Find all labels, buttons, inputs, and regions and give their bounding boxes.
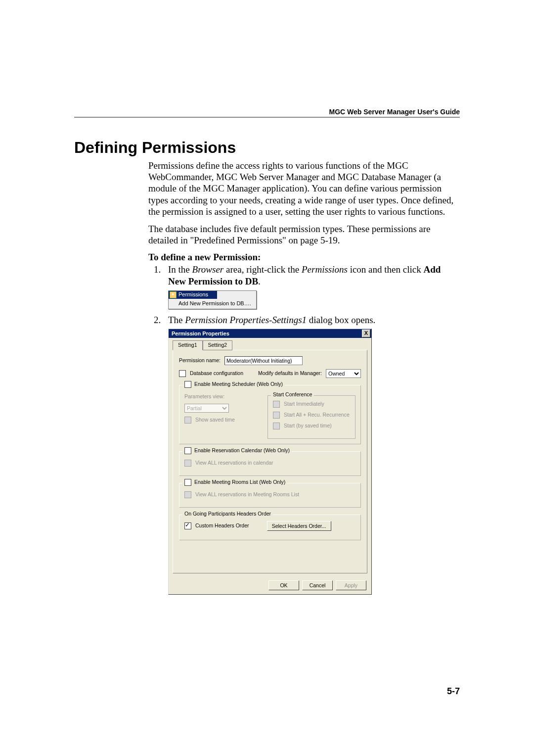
- step-2-text-b: dialog box opens.: [307, 315, 375, 325]
- context-menu-permissions-label: Permissions: [178, 291, 208, 298]
- dialog-title: Permission Properties: [172, 331, 229, 337]
- tab-setting2[interactable]: Setting2: [203, 340, 233, 350]
- step-1-text-a: In the: [168, 264, 192, 275]
- modify-defaults-select[interactable]: Owned: [326, 369, 361, 378]
- step-1-text-b: area, right-click the: [223, 264, 302, 275]
- database-configuration-checkbox[interactable]: [179, 370, 186, 377]
- tab-setting1[interactable]: Setting1: [173, 340, 203, 350]
- view-all-calendar-label: View ALL reservations in calendar: [195, 460, 273, 466]
- custom-headers-order-checkbox[interactable]: [184, 522, 191, 529]
- group-start-conference: Start Conference Start Immediately Start…: [267, 395, 356, 439]
- group-enable-meeting-rooms: Enable Meeting Rooms List (Web Only) Vie…: [179, 483, 361, 508]
- view-all-calendar-checkbox: [184, 460, 191, 467]
- start-immediately-label: Start Immediately: [284, 401, 324, 407]
- modify-defaults-label: Modify defaults in Manager:: [258, 370, 322, 377]
- group-enable-reservation-calendar: Enable Reservation Calendar (Web Only) V…: [179, 451, 361, 476]
- start-all-recurrence-label: Start All + Recu. Recurrence: [284, 412, 350, 418]
- view-all-rooms-checkbox: [184, 491, 191, 498]
- context-menu-screenshot: ✶ Permissions Add New Permission to DB….: [168, 290, 257, 309]
- enable-reservation-calendar-label: Enable Reservation Calendar (Web Only): [194, 447, 290, 454]
- tab-setting1-label: Setting1: [178, 342, 197, 348]
- enable-meeting-scheduler-checkbox[interactable]: [184, 381, 191, 388]
- step-1-permissions: Permissions: [302, 264, 348, 275]
- step-2: The Permission Properties-Settings1 dial…: [163, 314, 460, 595]
- enable-reservation-calendar-checkbox[interactable]: [184, 447, 191, 454]
- start-conference-legend: Start Conference: [273, 391, 312, 398]
- step-2-text-a: The: [168, 315, 185, 325]
- context-menu-permissions-node[interactable]: ✶ Permissions: [169, 291, 217, 299]
- permissions-icon: ✶: [170, 291, 177, 298]
- subhead-define-permission: To define a new Permission:: [148, 252, 460, 263]
- parameters-view-label: Parameters view:: [184, 393, 224, 400]
- start-by-saved-time-label: Start (by saved time): [284, 423, 332, 429]
- start-by-saved-time-checkbox: [273, 423, 280, 429]
- start-all-recurrence-checkbox: [273, 412, 280, 419]
- close-icon: X: [364, 330, 368, 336]
- group-enable-meeting-scheduler: Enable Meeting Scheduler (Web Only) Para…: [179, 385, 361, 444]
- page-number: 5-7: [447, 686, 460, 697]
- page-title: Defining Permissions: [74, 139, 460, 157]
- permission-name-label: Permission name:: [179, 357, 221, 364]
- step-1: In the Browser area, right-click the Per…: [163, 264, 460, 309]
- ok-button[interactable]: OK: [268, 580, 299, 590]
- step-1-dot: .: [258, 276, 261, 286]
- running-head: MGC Web Server Manager User's Guide: [329, 108, 460, 116]
- context-menu-add-permission[interactable]: Add New Permission to DB….: [169, 299, 256, 309]
- paragraph-intro-1: Permissions define the access rights to …: [148, 160, 460, 217]
- group-headers-order: On Going Participants Headers Order Cust…: [179, 515, 361, 540]
- context-menu-add-permission-label: Add New Permission to DB….: [178, 300, 251, 307]
- select-headers-order-button[interactable]: Select Headers Order...: [267, 521, 331, 531]
- header-divider: [74, 117, 460, 118]
- permission-properties-dialog: Permission Properties X Setting1 Setting…: [168, 329, 372, 594]
- dialog-close-button[interactable]: X: [362, 330, 370, 337]
- start-immediately-checkbox: [273, 401, 280, 408]
- custom-headers-order-label: Custom Headers Order: [195, 522, 249, 529]
- step-2-dialog-name: Permission Properties-Settings1: [185, 315, 307, 325]
- step-1-text-c: icon and then click: [348, 264, 424, 275]
- show-saved-time-label: Show saved time: [195, 417, 235, 423]
- show-saved-time-checkbox: [184, 417, 191, 424]
- enable-meeting-rooms-checkbox[interactable]: [184, 479, 191, 486]
- tab-setting2-label: Setting2: [208, 342, 227, 348]
- enable-meeting-rooms-label: Enable Meeting Rooms List (Web Only): [194, 479, 285, 485]
- enable-meeting-scheduler-label: Enable Meeting Scheduler (Web Only): [194, 381, 283, 387]
- step-1-browser: Browser: [192, 264, 224, 275]
- paragraph-intro-2: The database includes five default permi…: [148, 223, 460, 246]
- view-all-rooms-label: View ALL reservations in Meeting Rooms L…: [195, 491, 299, 498]
- headers-order-legend: On Going Participants Headers Order: [184, 511, 271, 517]
- database-configuration-label: Database configuration: [190, 370, 243, 377]
- cancel-button[interactable]: Cancel: [302, 580, 333, 590]
- apply-button[interactable]: Apply: [336, 580, 366, 590]
- parameters-view-select: Partial: [184, 404, 229, 413]
- permission-name-input[interactable]: [224, 356, 303, 365]
